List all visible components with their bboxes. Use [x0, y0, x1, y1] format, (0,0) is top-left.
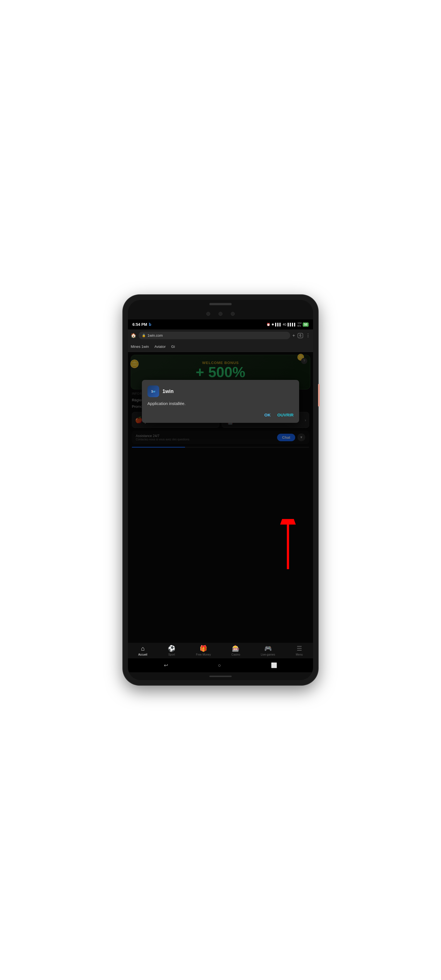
status-time: 6:54 PM	[132, 322, 147, 327]
browser-bar: 🏠 🔒 1win.com + 6 ⋮	[128, 329, 313, 341]
network-label: 4G	[283, 323, 286, 326]
system-nav: ↩ ○ ⬜	[128, 659, 313, 672]
tab-aviator[interactable]: Aviator	[154, 342, 166, 351]
content-area: 🪙 🪙 ? WELCOME BONUS + 500% TO THE DEPOSI…	[128, 352, 313, 643]
status-icons: ⏰ ✱ ▌▌▌ 4G ▌▌▌▌ 104B/s 50	[266, 321, 309, 327]
nav-item-accueil[interactable]: ⌂ Accueil	[138, 645, 147, 656]
live-games-icon: 🎮	[264, 645, 272, 652]
nav-label-sport: Sport	[169, 653, 175, 656]
dialog-box: 1w 1win Application installée. OK OUVRIR	[142, 380, 299, 423]
nav-item-casino[interactable]: 🎰 Casino	[231, 645, 240, 656]
dialog-app-icon: 1w	[148, 385, 159, 397]
browser-tabs: Mines 1win Aviator Gi	[128, 341, 313, 352]
bottom-pill-bar	[128, 672, 313, 680]
recent-button[interactable]: ⬜	[271, 662, 277, 668]
bluetooth-icon: ✱	[272, 323, 274, 326]
alarm-icon: ⏰	[266, 323, 271, 326]
nav-item-sport[interactable]: ⚽ Sport	[168, 645, 175, 656]
nav-label-free-money: Free Money	[196, 653, 211, 656]
free-money-icon: 🎁	[200, 645, 207, 652]
battery-icon: 50	[303, 323, 309, 327]
dialog-message: Application installée.	[148, 401, 293, 406]
back-button[interactable]: ↩	[164, 662, 168, 668]
browser-actions: + 6 ⋮	[293, 333, 310, 338]
home-button[interactable]: ○	[218, 663, 221, 668]
more-options-button[interactable]: ⋮	[306, 333, 310, 338]
camera-area	[128, 308, 313, 320]
sport-icon: ⚽	[168, 645, 175, 652]
dialog-buttons: OK OUVRIR	[148, 412, 293, 417]
nav-item-live-games[interactable]: 🎮 Live-games	[261, 645, 275, 656]
page-wrapper: 6:54 PM b ⏰ ✱ ▌▌▌ 4G ▌▌▌▌ 104B/s 50 🏠	[0, 0, 441, 980]
nav-label-menu: Menu	[296, 653, 303, 656]
tab-mines[interactable]: Mines 1win	[131, 342, 149, 351]
signal-icon: ▌▌▌	[275, 323, 282, 326]
nav-label-live-games: Live-games	[261, 653, 275, 656]
tab-gi[interactable]: Gi	[171, 342, 175, 351]
casino-icon: 🎰	[232, 645, 239, 652]
home-icon: ⌂	[141, 645, 144, 652]
status-bar: 6:54 PM b ⏰ ✱ ▌▌▌ 4G ▌▌▌▌ 104B/s 50	[128, 320, 313, 329]
status-time-area: 6:54 PM b	[132, 322, 151, 327]
arrow-annotation	[271, 519, 305, 576]
bottom-pill	[209, 676, 232, 677]
camera-center	[218, 312, 223, 316]
dialog-app-name: 1win	[162, 388, 174, 395]
camera-right	[231, 312, 235, 316]
phone-device: 6:54 PM b ⏰ ✱ ▌▌▌ 4G ▌▌▌▌ 104B/s 50 🏠	[123, 295, 318, 685]
signal-icon-2: ▌▌▌▌	[288, 323, 296, 326]
dialog-open-button[interactable]: OUVRIR	[277, 412, 293, 417]
nav-label-casino: Casino	[231, 653, 240, 656]
camera-left	[206, 312, 210, 316]
menu-icon: ☰	[297, 645, 302, 652]
red-arrow-svg	[271, 519, 305, 575]
add-tab-button[interactable]: +	[293, 333, 295, 338]
dialog-overlay: 1w 1win Application installée. OK OUVRIR	[128, 352, 313, 643]
nav-item-menu[interactable]: ☰ Menu	[296, 645, 303, 656]
bottom-nav: ⌂ Accueil ⚽ Sport 🎁 Free Money 🎰 Casino …	[128, 643, 313, 659]
dialog-header: 1w 1win	[148, 385, 293, 397]
nav-label-accueil: Accueil	[138, 653, 147, 656]
browser-url-text: 1win.com	[148, 333, 163, 337]
dialog-icon-text: 1w	[151, 390, 155, 393]
bing-icon: b	[149, 322, 151, 327]
lock-icon: 🔒	[142, 334, 146, 337]
browser-home-button[interactable]: 🏠	[131, 333, 136, 338]
browser-url-bar[interactable]: 🔒 1win.com	[139, 332, 290, 339]
phone-screen: 6:54 PM b ⏰ ✱ ▌▌▌ 4G ▌▌▌▌ 104B/s 50 🏠	[128, 300, 313, 680]
speed-label: 104B/s	[298, 321, 302, 327]
notch-pill	[209, 303, 232, 305]
notch-bar	[128, 300, 313, 308]
nav-item-free-money[interactable]: 🎁 Free Money	[196, 645, 211, 656]
tab-count[interactable]: 6	[298, 333, 303, 338]
dialog-ok-button[interactable]: OK	[264, 412, 271, 417]
